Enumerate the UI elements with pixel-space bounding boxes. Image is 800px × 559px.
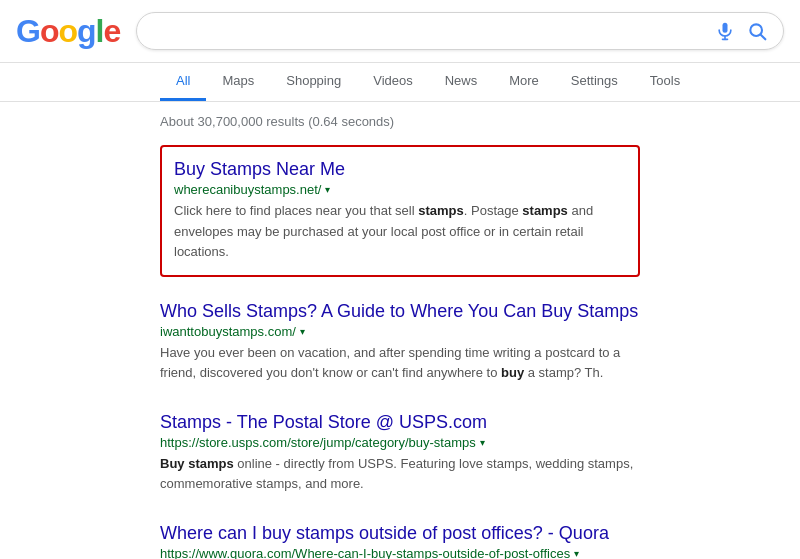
microphone-icon[interactable] [715, 21, 735, 41]
svg-rect-0 [723, 23, 728, 33]
nav-tabs: All Maps Shopping Videos News More Setti… [0, 63, 800, 102]
tab-more[interactable]: More [493, 63, 555, 101]
result-3-snippet: Buy stamps online - directly from USPS. … [160, 454, 640, 495]
google-logo[interactable]: Google [16, 13, 120, 50]
search-result-4: Where can I buy stamps outside of post o… [160, 523, 640, 559]
tab-maps[interactable]: Maps [206, 63, 270, 101]
result-1-dropdown-arrow[interactable]: ▾ [325, 184, 330, 195]
result-3-url: https://store.usps.com/store/jump/catego… [160, 435, 640, 450]
result-4-url: https://www.quora.com/Where-can-I-buy-st… [160, 546, 640, 559]
tab-shopping[interactable]: Shopping [270, 63, 357, 101]
search-icons [715, 21, 767, 41]
search-result-1: Buy Stamps Near Me wherecanibuystamps.ne… [160, 145, 640, 277]
tab-news[interactable]: News [429, 63, 494, 101]
tab-videos[interactable]: Videos [357, 63, 429, 101]
header: Google where can i buy stamps [0, 0, 800, 63]
result-2-dropdown-arrow[interactable]: ▾ [300, 326, 305, 337]
tab-all[interactable]: All [160, 63, 206, 101]
result-1-title[interactable]: Buy Stamps Near Me [174, 159, 626, 180]
result-4-dropdown-arrow[interactable]: ▾ [574, 548, 579, 559]
svg-line-4 [761, 35, 766, 40]
result-1-url: wherecanibuystamps.net/ ▾ [174, 182, 626, 197]
result-2-url: iwanttobuystamps.com/ ▾ [160, 324, 640, 339]
result-1-snippet: Click here to find places near you that … [174, 201, 626, 263]
search-button-icon[interactable] [747, 21, 767, 41]
results-area: About 30,700,000 results (0.64 seconds) … [0, 102, 800, 559]
result-3-title[interactable]: Stamps - The Postal Store @ USPS.com [160, 412, 640, 433]
search-result-3: Stamps - The Postal Store @ USPS.com htt… [160, 412, 640, 495]
search-result-2: Who Sells Stamps? A Guide to Where You C… [160, 301, 640, 384]
result-4-title[interactable]: Where can I buy stamps outside of post o… [160, 523, 640, 544]
search-bar[interactable]: where can i buy stamps [136, 12, 784, 50]
result-3-dropdown-arrow[interactable]: ▾ [480, 437, 485, 448]
result-2-snippet: Have you ever been on vacation, and afte… [160, 343, 640, 384]
search-input[interactable]: where can i buy stamps [153, 22, 707, 40]
result-2-title[interactable]: Who Sells Stamps? A Guide to Where You C… [160, 301, 640, 322]
tab-tools[interactable]: Tools [634, 63, 696, 101]
tab-settings[interactable]: Settings [555, 63, 634, 101]
result-count: About 30,700,000 results (0.64 seconds) [160, 114, 640, 129]
